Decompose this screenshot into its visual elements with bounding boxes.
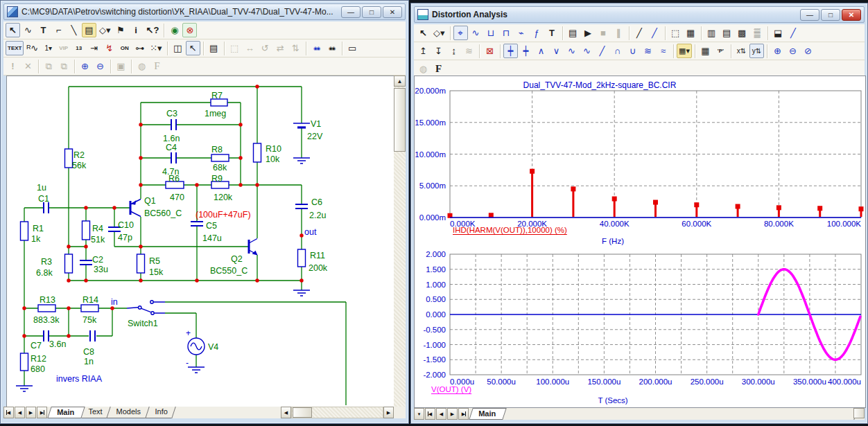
- copy-to-back-icon[interactable]: ⧉: [57, 59, 71, 73]
- battery-V1[interactable]: [293, 123, 310, 127]
- select-arrow-icon[interactable]: ↖: [6, 23, 20, 37]
- tag-vertical-icon[interactable]: ⊓: [499, 26, 514, 40]
- tab-main[interactable]: Main: [47, 407, 85, 418]
- split-horizontal-icon[interactable]: ⬓: [771, 26, 785, 40]
- vscroll-thumb[interactable]: [394, 88, 406, 152]
- find-next-icon[interactable]: ◉◉: [324, 41, 339, 55]
- plot-canvas[interactable]: 0.000m5.000m10.000m15.000m20.000m0.000K2…: [414, 76, 866, 408]
- zoom-in-icon[interactable]: ⊕: [78, 59, 92, 73]
- thumbnail-icon[interactable]: ▣: [114, 59, 128, 73]
- rise-edge-icon[interactable]: ∿: [564, 44, 579, 58]
- waves-icon[interactable]: ≋: [462, 44, 476, 58]
- zoom-out-icon[interactable]: ⊖: [93, 59, 107, 73]
- f-helper-icon[interactable]: F: [431, 62, 446, 76]
- valley-icon[interactable]: ∨: [549, 44, 564, 58]
- zoom-in-icon[interactable]: ⊕: [770, 44, 785, 58]
- stop-button[interactable]: ■: [596, 26, 611, 40]
- plot-last-button[interactable]: ▶: [458, 408, 469, 420]
- delete-point-icon[interactable]: ✕: [21, 59, 35, 73]
- peak-icon[interactable]: ∧: [534, 44, 548, 58]
- schematic-vscrollbar[interactable]: ▲ ▼: [394, 76, 406, 407]
- columns-icon[interactable]: ▒: [750, 26, 765, 40]
- grid-icon[interactable]: ⁙▾: [148, 41, 164, 55]
- f-helper-icon[interactable]: F: [150, 59, 164, 73]
- resistor-R12[interactable]: [21, 353, 28, 371]
- probe-both-icon[interactable]: ↨: [446, 44, 461, 58]
- plot-list-button[interactable]: ▾: [414, 408, 424, 420]
- node-numbers-icon[interactable]: 1▾: [41, 41, 55, 55]
- pin-numbers-icon[interactable]: 13: [71, 41, 86, 55]
- capacitor-C1[interactable]: [44, 202, 49, 213]
- maximize-button[interactable]: □: [821, 9, 840, 21]
- capacitor-C7[interactable]: [44, 330, 49, 341]
- resistor-R14[interactable]: [81, 305, 98, 312]
- cursor-vertical-icon[interactable]: ┿: [519, 44, 533, 58]
- p-key-icon[interactable]: 'P': [713, 44, 728, 58]
- hscroll-thumb[interactable]: [293, 407, 312, 418]
- current-probe-icon[interactable]: ↯: [102, 41, 116, 55]
- schematic-titlebar[interactable]: C:\MC9\DATA\Petrov\switching distortion\…: [3, 3, 406, 20]
- tab-next-button[interactable]: ▶: [26, 407, 36, 418]
- web-page-icon[interactable]: ◉: [167, 23, 182, 37]
- vip-mode-icon[interactable]: VIP: [56, 41, 71, 55]
- split-window-icon[interactable]: ◫: [171, 41, 185, 55]
- plot-next-button[interactable]: ▶: [447, 408, 458, 420]
- resistor-R2[interactable]: [65, 149, 73, 168]
- find-icon[interactable]: ◉◉: [309, 41, 324, 55]
- cursor-mode-icon[interactable]: ↖: [186, 41, 200, 55]
- group-move-icon[interactable]: ⬚: [227, 41, 242, 55]
- maximize-button[interactable]: □: [362, 6, 381, 18]
- hscroll-left-button[interactable]: ◀: [281, 407, 291, 418]
- xy-disable-icon[interactable]: ⊠: [483, 44, 497, 58]
- transistor-Q2[interactable]: [249, 239, 258, 256]
- capacitor-C8[interactable]: [90, 330, 95, 341]
- fall-edge-icon[interactable]: ∿: [580, 44, 594, 58]
- window-monitor-icon[interactable]: ▭: [345, 41, 360, 55]
- function-curve-icon[interactable]: ƒ: [530, 26, 544, 40]
- stripes-h-icon[interactable]: ▤: [720, 26, 734, 40]
- grid-panel-icon[interactable]: ▦: [684, 26, 698, 40]
- global-high-icon[interactable]: ≋: [641, 44, 655, 58]
- resistor-R1[interactable]: [21, 222, 28, 240]
- probe-up-icon[interactable]: ↥: [416, 44, 431, 58]
- grid-dense-icon[interactable]: ▩: [735, 26, 749, 40]
- tab-first-button[interactable]: ◀: [3, 407, 14, 418]
- sphere-icon[interactable]: ◍: [134, 59, 149, 73]
- close-button[interactable]: ✕: [842, 9, 861, 21]
- pause-button[interactable]: ∥: [611, 26, 626, 40]
- info-point-icon[interactable]: !: [6, 59, 20, 73]
- info-mode-icon[interactable]: i: [129, 23, 144, 37]
- resistor-R10[interactable]: [254, 143, 261, 162]
- tag-horizontal-icon[interactable]: ⊔: [484, 26, 498, 40]
- wire-mode-icon[interactable]: ∿: [21, 23, 35, 37]
- probe-step-icon[interactable]: ⌁: [514, 26, 529, 40]
- schematic-canvas[interactable]: R2 56k 1u C1 R1 1k R4 51k C10 47p R3 6.8…: [6, 76, 396, 407]
- wire-orthogonal-icon[interactable]: ⌐: [51, 23, 66, 37]
- sphere-icon[interactable]: ◍: [416, 62, 431, 76]
- capacitor-C4[interactable]: [171, 152, 176, 163]
- flip-v-icon[interactable]: ⇅: [288, 41, 303, 55]
- line-tool-icon[interactable]: ╱: [632, 26, 647, 40]
- resistor-attr-icon[interactable]: ᴿ∿: [24, 41, 40, 55]
- y-scale-icon[interactable]: y⇅: [749, 44, 764, 58]
- plot-first-button[interactable]: ◀: [425, 408, 435, 420]
- flag-mode-icon[interactable]: ⚑: [114, 23, 128, 37]
- run-button[interactable]: ▶: [581, 26, 596, 40]
- text-mode-icon[interactable]: T: [545, 26, 559, 40]
- stripes-v-icon[interactable]: ▥: [704, 26, 719, 40]
- resistor-R11[interactable]: [298, 249, 306, 267]
- properties-icon[interactable]: ▤: [566, 26, 580, 40]
- low-icon[interactable]: ∪: [625, 44, 640, 58]
- hscroll-right-button[interactable]: ▶: [383, 407, 394, 418]
- transistor-Q1[interactable]: [130, 199, 141, 217]
- properties-icon[interactable]: ▤: [207, 41, 221, 55]
- flip-h-icon[interactable]: ⇄: [273, 41, 288, 55]
- minimize-button[interactable]: —: [341, 6, 361, 18]
- node-snap-icon[interactable]: ⇥: [87, 41, 101, 55]
- tab-prev-button[interactable]: ◀: [15, 407, 25, 418]
- high-icon[interactable]: ∩: [610, 44, 625, 58]
- capacitor-C6[interactable]: [295, 204, 308, 208]
- resistor-R4[interactable]: [83, 221, 90, 240]
- capacitor-C3[interactable]: [171, 119, 176, 130]
- zoom-out-icon[interactable]: ⊖: [785, 44, 800, 58]
